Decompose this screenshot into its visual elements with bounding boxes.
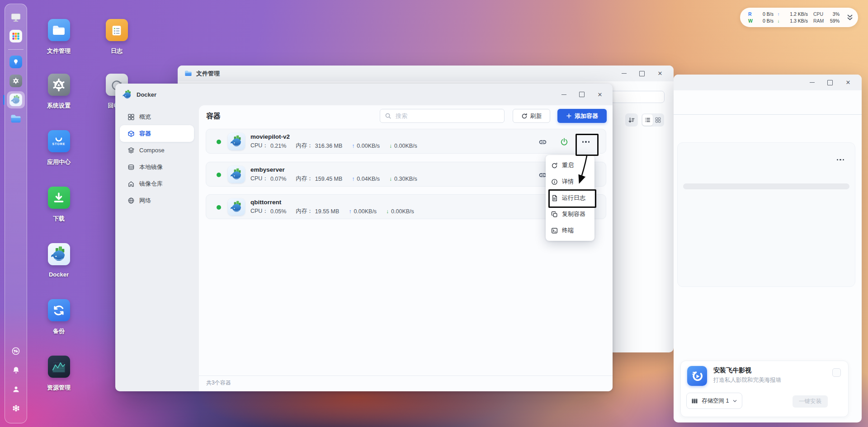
container-app-icon <box>228 166 245 183</box>
taskbar-notifications-button[interactable] <box>9 363 23 377</box>
download-icon <box>48 187 70 209</box>
upload-icon: ↑ <box>352 143 354 149</box>
close-button[interactable]: ✕ <box>839 75 857 90</box>
desktop-icon-app-center[interactable]: STORE 应用中心 <box>32 130 86 166</box>
desktop-icon-resource-monitor[interactable]: 资源管理 <box>32 356 86 392</box>
info-icon <box>551 178 558 185</box>
taskbar-transfer-button[interactable] <box>9 344 23 358</box>
desktop-icon-backup[interactable]: 备份 <box>32 299 86 335</box>
sidebar-item-label: 容器 <box>139 130 151 138</box>
gear-flower-icon <box>11 404 21 413</box>
close-button[interactable]: ✕ <box>651 66 669 81</box>
maximize-button[interactable] <box>573 84 591 105</box>
sidebar-item-containers[interactable]: 容器 <box>120 125 194 142</box>
menu-item-details[interactable]: 详情 <box>546 174 594 190</box>
system-monitor-widget[interactable]: R 0 B/s ↑ 1.2 KB/s CPU 3% W 0 B/s ↓ 1.3 … <box>740 8 858 27</box>
add-container-label: 添加容器 <box>575 112 598 120</box>
page-title: 容器 <box>206 112 221 121</box>
docker-titlebar[interactable]: Docker ✕ <box>115 84 613 105</box>
download-icon: ↓ <box>389 143 392 149</box>
container-stats: CPU：0.07% 内存：159.45 MB ↑0.04KB/s ↓0.30KB… <box>250 175 417 183</box>
window-controls: ✕ <box>555 84 609 105</box>
globe-icon <box>127 197 135 204</box>
download-icon: ↓ <box>386 208 389 215</box>
sort-button[interactable] <box>625 113 638 127</box>
list-view-button[interactable] <box>642 114 653 126</box>
desktop-icon-label: 日志 <box>111 47 123 55</box>
overview-grid-icon <box>127 113 135 121</box>
sidebar-item-label: Compose <box>139 147 165 154</box>
taskbar-active-highlight <box>7 91 25 108</box>
install-card-title: 安装飞牛影视 <box>713 366 751 375</box>
minimize-button[interactable] <box>615 66 633 81</box>
system-monitor-stats: R 0 B/s ↑ 1.2 KB/s CPU 3% W 0 B/s ↓ 1.3 … <box>748 11 844 24</box>
disk-write-label: W <box>748 18 755 23</box>
view-mode-toggle <box>642 113 664 127</box>
storage-space-dropdown[interactable]: 存储空间 1 <box>686 393 742 409</box>
grid-view-button[interactable] <box>653 114 664 126</box>
taskbar-user-button[interactable] <box>9 382 23 396</box>
search-input[interactable] <box>395 112 500 120</box>
status-running-dot <box>217 205 221 210</box>
fnmovie-app-icon <box>687 366 707 386</box>
menu-item-run-logs[interactable]: 运行日志 <box>546 190 594 206</box>
taskbar-divider <box>8 49 24 50</box>
container-link-button[interactable] <box>537 136 548 148</box>
container-more-button[interactable] <box>580 136 592 148</box>
desktop-icon-files[interactable]: 文件管理 <box>32 19 86 55</box>
terminal-icon <box>551 227 558 234</box>
app-center-window: ✕ 安装飞牛影视 打造私人影院和完美海报墙 存储空间 1 一键安装 <box>674 75 862 422</box>
menu-item-duplicate-container[interactable]: 复制容器 <box>546 206 594 222</box>
desktop-icon-system-settings[interactable]: 系统设置 <box>32 74 86 110</box>
taskbar-show-desktop-button[interactable] <box>9 10 23 24</box>
taskbar-preferences-button[interactable] <box>9 401 23 415</box>
desktop-icon-docker[interactable]: Docker <box>32 243 86 278</box>
desktop-icon-downloads[interactable]: 下载 <box>32 187 86 223</box>
desktop-icon-logs[interactable]: 日志 <box>90 19 144 55</box>
sidebar-item-compose[interactable]: Compose <box>120 142 194 159</box>
desktop-icon-label: Docker <box>49 271 69 278</box>
sidebar-item-overview[interactable]: 概览 <box>120 108 194 125</box>
user-icon <box>11 385 21 394</box>
container-power-button[interactable] <box>558 136 570 148</box>
disk-read-value: 0 B/s <box>755 11 774 17</box>
refresh-button[interactable]: 刷新 <box>513 109 550 123</box>
upload-icon: ↑ <box>352 176 354 182</box>
copy-icon <box>551 211 558 218</box>
taskbar-item-files[interactable] <box>9 112 23 126</box>
container-row-moviepilot[interactable]: moviepilot-v2 CPU：0.21% 内存：316.36 MB ↑0.… <box>206 129 606 154</box>
cube-icon <box>127 130 135 137</box>
desktop-icon-label: 文件管理 <box>47 47 71 55</box>
menu-item-terminal[interactable]: 终端 <box>546 222 594 239</box>
gear-icon <box>48 74 70 96</box>
file-manager-titlebar[interactable]: 文件管理 ✕ <box>178 66 674 81</box>
app-center-titlebar[interactable]: ✕ <box>674 75 862 90</box>
install-checkbox[interactable] <box>832 368 841 377</box>
taskbar-item-settings[interactable] <box>9 74 23 88</box>
taskbar-item-docker-active[interactable] <box>9 93 23 107</box>
more-options-icon[interactable] <box>837 159 844 160</box>
taskbar-app-launcher-button[interactable] <box>9 29 23 43</box>
add-container-button[interactable]: 添加容器 <box>557 109 607 123</box>
log-document-icon <box>551 195 558 202</box>
minimize-button[interactable] <box>803 75 821 90</box>
gear-icon <box>9 75 22 87</box>
sync-icon <box>48 299 70 321</box>
disk-read-label: R <box>748 11 755 17</box>
lightbulb-icon <box>9 56 22 68</box>
link-icon <box>538 138 547 146</box>
collapse-widget-button[interactable] <box>847 14 853 21</box>
refresh-icon <box>521 113 528 119</box>
minimize-button[interactable] <box>555 84 573 105</box>
menu-item-restart[interactable]: 重启 <box>546 157 594 174</box>
sidebar-item-local-images[interactable]: 本地镜像 <box>120 159 194 175</box>
taskbar-item-tips[interactable] <box>9 55 23 69</box>
one-click-install-button[interactable]: 一键安装 <box>793 395 828 408</box>
maximize-button[interactable] <box>633 66 651 81</box>
sidebar-item-image-repository[interactable]: 镜像仓库 <box>120 175 194 192</box>
more-options-icon <box>582 141 590 142</box>
close-button[interactable]: ✕ <box>591 84 609 105</box>
sidebar-item-network[interactable]: 网络 <box>120 192 194 209</box>
taskbar-active-indicator <box>3 95 5 105</box>
maximize-button[interactable] <box>821 75 839 90</box>
